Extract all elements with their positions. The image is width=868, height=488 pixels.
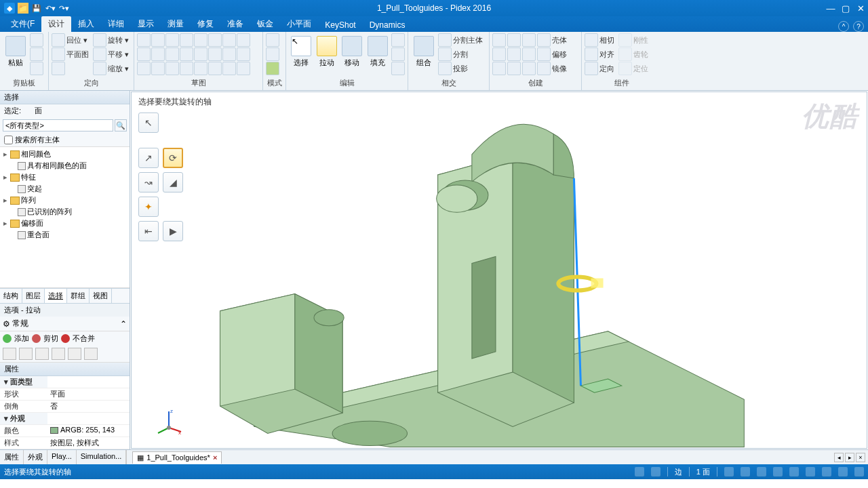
guide-sweep-icon[interactable]: ↝ <box>138 172 159 192</box>
status-shade-icon[interactable] <box>635 467 644 476</box>
maximize-button[interactable]: ▢ <box>838 1 853 16</box>
view-triad[interactable]: z x <box>155 407 182 434</box>
sk18-icon[interactable] <box>151 62 165 75</box>
offset-icon[interactable] <box>537 47 551 61</box>
c7-icon[interactable] <box>522 33 536 47</box>
tab-repair[interactable]: 修复 <box>191 16 220 32</box>
rect-icon[interactable] <box>151 33 165 47</box>
tab-insert[interactable]: 插入 <box>71 16 101 32</box>
fill-button[interactable]: 填充 <box>366 33 390 68</box>
tangent-icon[interactable] <box>585 33 598 47</box>
opt1-icon[interactable] <box>3 348 16 360</box>
pull-button[interactable]: 拉动 <box>315 33 339 68</box>
c5-icon[interactable] <box>507 47 521 61</box>
opt2-icon[interactable] <box>19 348 33 360</box>
sk21-icon[interactable] <box>194 62 208 75</box>
sk8-icon[interactable] <box>237 33 250 47</box>
guide-prev-icon[interactable]: ⇤ <box>138 221 159 241</box>
tab-keyshot[interactable]: KeyShot <box>318 18 362 32</box>
splitbody-icon[interactable] <box>438 33 452 47</box>
mode2-icon[interactable] <box>266 47 279 61</box>
save-icon[interactable]: 💾 <box>31 3 42 14</box>
undo-icon[interactable]: ↶▾ <box>45 3 56 14</box>
guide-draft-icon[interactable]: ◢ <box>163 172 183 192</box>
tab-sheetmetal[interactable]: 钣金 <box>250 16 280 32</box>
status-i3-icon[interactable] <box>757 467 766 476</box>
c3-icon[interactable] <box>492 62 506 75</box>
sk24-icon[interactable] <box>237 62 250 75</box>
file-tab-close[interactable]: × <box>213 453 217 462</box>
guide-revolve-icon[interactable]: ⟳ <box>163 148 183 168</box>
btab-appearance[interactable]: 外观 <box>24 450 47 464</box>
btab-props[interactable]: 属性 <box>0 450 24 464</box>
tab-selection[interactable]: 选择 <box>45 289 67 304</box>
opt5-icon[interactable] <box>68 348 81 360</box>
status-i2-icon[interactable] <box>741 467 750 476</box>
tab-prepare[interactable]: 准备 <box>220 16 250 32</box>
tab-display[interactable]: 显示 <box>131 16 161 32</box>
guide-uptoface-icon[interactable]: ↗ <box>138 148 159 168</box>
sk12-icon[interactable] <box>180 47 193 61</box>
pan-icon[interactable] <box>93 47 106 61</box>
sk17-icon[interactable] <box>137 62 151 75</box>
sk9-icon[interactable] <box>137 47 151 61</box>
redo-icon[interactable]: ↷▾ <box>58 3 69 14</box>
mode3-icon[interactable] <box>266 62 279 75</box>
open-icon[interactable]: 📁 <box>18 3 28 14</box>
circle-icon[interactable] <box>165 33 179 47</box>
sk13-icon[interactable] <box>194 47 208 61</box>
c6-icon[interactable] <box>507 62 521 75</box>
sk23-icon[interactable] <box>222 62 236 75</box>
cut-icon[interactable] <box>30 33 43 47</box>
trim-icon[interactable] <box>208 33 222 47</box>
selection-tree[interactable]: ▸相同颜色 具有相同颜色的面 ▸特征 突起 ▸阵列 已识别的阵列 ▸偏移面 重合… <box>0 146 130 288</box>
opt6-icon[interactable] <box>84 348 98 360</box>
home-icon[interactable] <box>52 33 65 47</box>
tab-views[interactable]: 视图 <box>90 289 112 303</box>
tabnav-left-icon[interactable]: ◂ <box>834 453 844 462</box>
select-button[interactable]: ↖选择 <box>289 33 313 68</box>
guide-ruler-icon[interactable]: ✦ <box>138 197 159 217</box>
btab-sim[interactable]: Simulation... <box>77 450 127 464</box>
tab-facet[interactable]: 小平面 <box>280 16 318 32</box>
btab-play[interactable]: Play... <box>47 450 77 464</box>
planview-icon[interactable] <box>52 47 65 61</box>
status-i8-icon[interactable] <box>838 467 848 476</box>
tab-dynamics[interactable]: Dynamics <box>363 18 412 32</box>
status-persp-icon[interactable] <box>651 467 660 476</box>
sk19-icon[interactable] <box>165 62 179 75</box>
search-all-bodies[interactable]: 搜索所有主体 <box>0 134 130 146</box>
status-i4-icon[interactable] <box>773 467 783 476</box>
sk22-icon[interactable] <box>208 62 222 75</box>
c1-icon[interactable] <box>492 33 506 47</box>
zoom-icon[interactable] <box>93 62 106 75</box>
orient2-icon[interactable] <box>585 62 598 75</box>
e2-icon[interactable] <box>391 47 405 61</box>
extend-icon[interactable] <box>222 33 236 47</box>
move-button[interactable]: 移动 <box>340 33 365 68</box>
c9-icon[interactable] <box>522 62 536 75</box>
tab-detail[interactable]: 详细 <box>101 16 131 32</box>
guide-next-icon[interactable]: ▶ <box>163 221 183 241</box>
search-icon[interactable]: 🔍 <box>115 119 127 131</box>
ribbon-minimize-icon[interactable]: ^ <box>838 21 849 32</box>
tab-file[interactable]: 文件(F <box>4 16 41 32</box>
tab-groups[interactable]: 群组 <box>67 289 90 303</box>
spline-icon[interactable] <box>194 33 208 47</box>
c2-icon[interactable] <box>492 47 506 61</box>
project-icon[interactable] <box>438 62 452 75</box>
line-icon[interactable] <box>137 33 151 47</box>
sk16-icon[interactable] <box>237 47 250 61</box>
status-i9-icon[interactable] <box>854 467 864 476</box>
tab-design[interactable]: 设计 <box>41 16 71 32</box>
tabnav-close-icon[interactable]: × <box>856 453 865 462</box>
filter-input[interactable] <box>3 119 113 131</box>
spin-icon[interactable] <box>93 33 106 47</box>
copy-icon[interactable] <box>30 47 43 61</box>
paste-button[interactable]: 粘贴 <box>3 33 28 68</box>
sk11-icon[interactable] <box>165 47 179 61</box>
opt4-icon[interactable] <box>52 348 65 360</box>
sk20-icon[interactable] <box>180 62 193 75</box>
e1-icon[interactable] <box>391 33 405 47</box>
status-i7-icon[interactable] <box>822 467 831 476</box>
